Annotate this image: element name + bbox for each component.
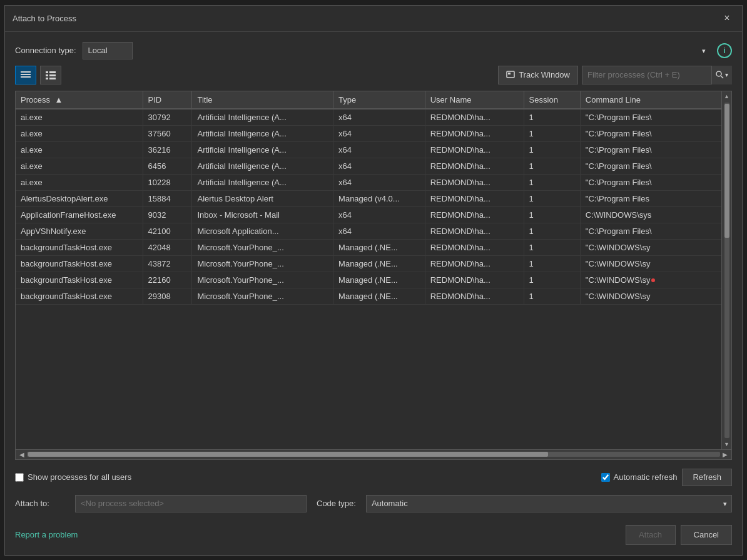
vertical-scrollbar[interactable]: ▲ ▼ [721,91,731,449]
table-cell: Microsoft.YourPhone_... [192,288,333,304]
table-row[interactable]: ai.exe10228Artificial Intelligence (A...… [16,174,721,190]
table-row[interactable]: ai.exe6456Artificial Intelligence (A...x… [16,158,721,174]
table-cell: 29308 [143,288,192,304]
table-cell: Alertus Desktop Alert [192,190,333,206]
svg-rect-1 [21,74,31,75]
table-cell: x64 [333,223,425,239]
table-cell: x64 [333,206,425,223]
show-all-users-checkbox[interactable] [15,473,24,482]
table-cell: ai.exe [16,109,143,126]
table-row[interactable]: ApplicationFrameHost.exe9032Inbox - Micr… [16,206,721,223]
table-cell: backgroundTaskHost.exe [16,288,143,304]
table-cell: Microsoft.YourPhone_... [192,272,333,288]
col-header-pid[interactable]: PID [143,91,192,109]
detail-icon [46,71,56,79]
svg-rect-8 [49,78,56,79]
table-scroll-area[interactable]: Process ▲ PID Title Type User Name Sessi… [16,91,721,449]
scroll-right-arrow[interactable]: ▶ [720,451,730,458]
table-cell: REDMOND\ha... [425,272,524,288]
svg-point-11 [716,71,721,76]
view-list-button[interactable] [15,66,36,84]
code-type-select[interactable]: Automatic Managed Native [366,495,732,512]
table-cell: 30792 [143,109,192,126]
table-cell: x64 [333,141,425,158]
table-cell: x64 [333,125,425,141]
svg-line-12 [721,76,724,79]
vscroll-track[interactable] [724,103,729,438]
table-cell: "C:\Program Files\ [580,109,721,126]
sort-asc-icon: ▲ [55,95,63,104]
scroll-up-arrow[interactable]: ▲ [724,91,729,101]
col-header-title[interactable]: Title [192,91,333,109]
auto-refresh-checkbox[interactable] [601,473,610,482]
view-detail-button[interactable] [40,66,61,84]
col-header-session[interactable]: Session [524,91,580,109]
filter-search-button[interactable]: ▾ [711,66,732,84]
col-header-username[interactable]: User Name [425,91,524,109]
table-cell: 10228 [143,174,192,190]
table-cell: 15884 [143,190,192,206]
table-cell: 1 [524,272,580,288]
attach-to-process-dialog: Attach to Process × Connection type: Loc… [4,5,743,556]
track-window-icon [506,71,515,79]
table-row[interactable]: AppVShNotify.exe42100Microsoft Applicati… [16,223,721,239]
table-cell: Managed (.NE... [333,288,425,304]
table-row[interactable]: AlertusDesktopAlert.exe15884Alertus Desk… [16,190,721,206]
scroll-left-arrow[interactable]: ◀ [17,451,27,458]
table-cell: Inbox - Microsoft - Mail [192,206,333,223]
table-row[interactable]: backgroundTaskHost.exe29308Microsoft.You… [16,288,721,304]
refresh-button[interactable]: Refresh [682,469,732,486]
table-cell: ApplicationFrameHost.exe [16,206,143,223]
code-type-select-wrapper: Automatic Managed Native [366,495,732,512]
svg-rect-2 [21,76,31,78]
table-row[interactable]: ai.exe30792Artificial Intelligence (A...… [16,109,721,126]
table-cell: 37560 [143,125,192,141]
connection-type-select[interactable]: Local Remote [83,42,133,59]
hscroll-track[interactable] [27,452,720,457]
table-cell: "C:\WINDOWS\sy [580,272,721,288]
table-row[interactable]: backgroundTaskHost.exe42048Microsoft.You… [16,239,721,255]
connection-info-icon[interactable]: i [717,43,732,58]
table-cell: Artificial Intelligence (A... [192,125,333,141]
auto-refresh-label[interactable]: Automatic refresh [601,472,678,482]
table-cell: Managed (v4.0... [333,190,425,206]
attach-to-row: Attach to: Code type: Automatic Managed … [15,495,732,512]
svg-rect-4 [49,71,56,73]
table-cell: Microsoft Application... [192,223,333,239]
dialog-title: Attach to Process [13,14,76,23]
track-window-label: Track Window [519,70,570,79]
attach-to-input[interactable] [75,495,307,512]
show-all-users-label[interactable]: Show processes for all users [15,472,131,482]
attach-button[interactable]: Attach [626,525,676,545]
report-problem-link[interactable]: Report a problem [15,530,78,539]
table-cell: "C:\WINDOWS\sy [580,239,721,255]
table-cell: REDMOND\ha... [425,288,524,304]
dialog-body: Connection type: Local Remote i [5,32,742,555]
cancel-button[interactable]: Cancel [681,525,732,545]
col-header-process[interactable]: Process ▲ [16,91,143,109]
table-cell: 36216 [143,141,192,158]
table-cell: REDMOND\ha... [425,190,524,206]
toolbar-row: Track Window ▾ [15,66,732,84]
table-row[interactable]: backgroundTaskHost.exe22160Microsoft.You… [16,272,721,288]
horizontal-scrollbar[interactable]: ◀ ▶ [16,449,731,459]
table-row[interactable]: ai.exe36216Artificial Intelligence (A...… [16,141,721,158]
close-button[interactable]: × [719,11,734,26]
table-cell: Managed (.NE... [333,272,425,288]
table-cell: REDMOND\ha... [425,206,524,223]
table-row[interactable]: ai.exe37560Artificial Intelligence (A...… [16,125,721,141]
table-cell: 1 [524,125,580,141]
scroll-down-arrow[interactable]: ▼ [724,439,729,449]
search-icon [716,71,724,79]
track-window-button[interactable]: Track Window [498,66,578,84]
table-row[interactable]: backgroundTaskHost.exe43872Microsoft.You… [16,255,721,272]
filter-input[interactable] [582,66,732,84]
svg-rect-7 [46,78,48,79]
attach-to-label: Attach to: [15,499,65,508]
col-header-cmdline[interactable]: Command Line [580,91,721,109]
col-header-type[interactable]: Type [333,91,425,109]
table-cell: 43872 [143,255,192,272]
table-cell: "C:\Program Files\ [580,141,721,158]
table-cell: REDMOND\ha... [425,174,524,190]
filter-wrapper: ▾ [582,66,732,84]
